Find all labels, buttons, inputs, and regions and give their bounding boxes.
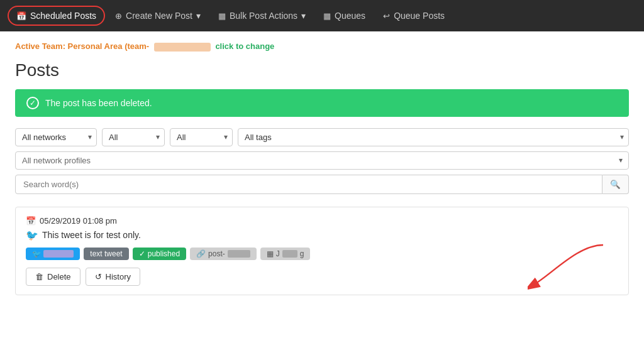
network-filter[interactable]: All networks Twitter Facebook xyxy=(15,128,97,146)
status2-filter[interactable]: All xyxy=(170,128,233,146)
grid-small-icon: ▦ xyxy=(267,249,274,258)
queue-icon: ▦ xyxy=(323,11,331,21)
post-card: 📅 05/29/2019 01:08 pm 🐦 This tweet is fo… xyxy=(15,207,629,295)
delete-button[interactable]: 🗑 Delete xyxy=(26,268,80,286)
post-content: 🐦 This tweet is for test only. xyxy=(26,229,618,241)
main-content: Active Team: Personal Area (team- click … xyxy=(0,31,644,343)
post-id-redacted xyxy=(228,250,250,258)
filter-row-1: All networks Twitter Facebook All All Al… xyxy=(15,128,629,146)
j-redacted xyxy=(282,250,297,258)
post-datetime: 📅 05/29/2019 01:08 pm xyxy=(26,216,618,226)
twitter-icon: 🐦 xyxy=(26,229,38,241)
active-team-bar[interactable]: Active Team: Personal Area (team- click … xyxy=(15,41,629,52)
tags-filter-wrap: All tags xyxy=(238,128,629,146)
nav-queue-posts[interactable]: ↩ Queue Posts xyxy=(375,7,452,24)
link-icon: 🔗 xyxy=(196,249,206,258)
navbar: 📅 Scheduled Posts ⊕ Create New Post ▾ ▦ … xyxy=(0,0,644,31)
calendar-icon: 📅 xyxy=(16,11,26,21)
post-link-tag: 🔗 post- xyxy=(190,248,257,260)
profile-filter[interactable]: All network profiles xyxy=(15,151,629,170)
check-circle-icon: ✓ xyxy=(26,97,39,109)
page-title: Posts xyxy=(15,60,629,80)
nav-bulk-post-actions[interactable]: ▦ Bulk Post Actions ▾ xyxy=(211,7,313,24)
search-input[interactable] xyxy=(15,175,602,194)
nav-queues[interactable]: ▦ Queues xyxy=(316,7,373,24)
j-tag: ▦ J g xyxy=(260,248,311,260)
recycle-icon: ↩ xyxy=(383,11,390,21)
history-button[interactable]: ↺ History xyxy=(86,268,140,286)
twitter-mini-icon: 🐦 xyxy=(32,249,42,258)
success-banner: ✓ The post has been deleted. xyxy=(15,89,629,117)
calendar-small-icon: 📅 xyxy=(26,216,36,226)
search-button[interactable]: 🔍 xyxy=(602,175,629,194)
post-tags-row: 🐦 text tweet ✓ published 🔗 post- xyxy=(26,248,618,260)
check-icon-small: ✓ xyxy=(139,249,145,258)
dropdown-arrow-icon: ▾ xyxy=(196,11,201,21)
trash-icon: 🗑 xyxy=(35,272,43,281)
nav-scheduled-posts[interactable]: 📅 Scheduled Posts xyxy=(8,6,105,26)
text-tweet-tag: text tweet xyxy=(84,248,128,260)
tags-filter[interactable]: All tags xyxy=(238,128,629,146)
nav-create-new-post[interactable]: ⊕ Create New Post ▾ xyxy=(108,7,208,24)
search-row: 🔍 xyxy=(15,175,629,194)
dropdown-arrow-icon: ▾ xyxy=(301,11,306,21)
status1-filter[interactable]: All xyxy=(102,128,165,146)
post-action-buttons: 🗑 Delete ↺ History xyxy=(26,268,618,286)
profile-filter-row: All network profiles xyxy=(15,151,629,170)
profile-select-wrap: All network profiles xyxy=(15,151,629,170)
search-icon: 🔍 xyxy=(610,180,621,189)
team-id-redacted xyxy=(154,43,211,52)
status1-filter-wrap: All xyxy=(102,128,165,146)
status2-filter-wrap: All xyxy=(170,128,233,146)
twitter-handle-tag: 🐦 xyxy=(26,248,80,260)
tag-redacted-purple xyxy=(43,249,74,258)
history-icon: ↺ xyxy=(95,272,102,281)
network-filter-wrap: All networks Twitter Facebook xyxy=(15,128,97,146)
plus-icon: ⊕ xyxy=(115,11,122,21)
published-tag: ✓ published xyxy=(133,248,186,260)
grid-icon: ▦ xyxy=(218,11,226,21)
